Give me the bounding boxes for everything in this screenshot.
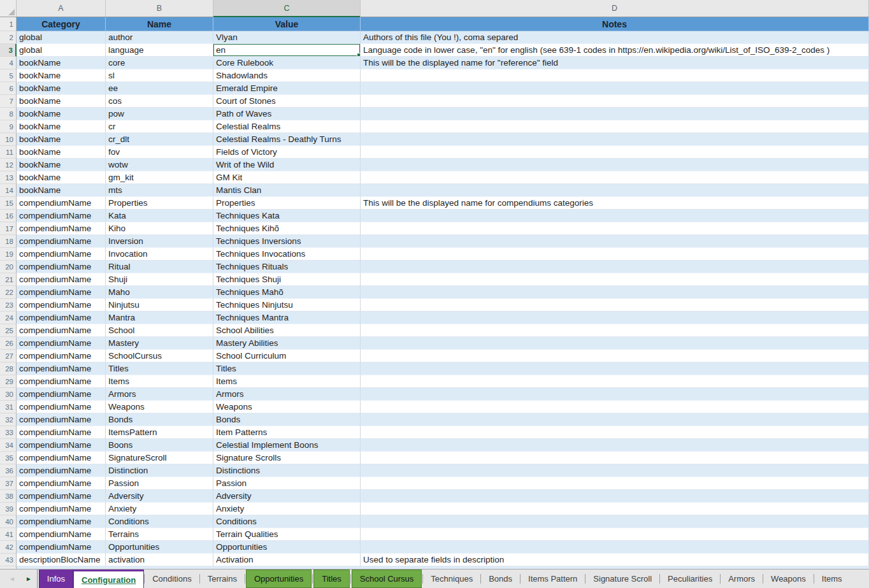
table-cell[interactable]: Shadowlands <box>213 69 361 82</box>
table-cell[interactable]: Anxiety <box>106 503 213 515</box>
table-cell[interactable]: bookName <box>17 95 106 108</box>
sheet-tab-terrains[interactable]: Terrains <box>200 570 245 588</box>
table-cell[interactable]: compendiumName <box>17 312 106 324</box>
table-cell[interactable]: Fields of Victory <box>213 146 361 159</box>
table-cell[interactable]: compendiumName <box>17 503 106 515</box>
table-cell[interactable] <box>361 413 869 426</box>
table-cell[interactable]: Writ of the Wild <box>213 159 361 171</box>
table-cell[interactable]: Techniques Kihõ <box>213 222 361 235</box>
table-cell[interactable]: GM Kit <box>213 171 361 184</box>
table-cell[interactable] <box>361 324 869 337</box>
row-number[interactable]: 39 <box>0 503 17 515</box>
table-cell[interactable]: Techniques Shuji <box>213 273 361 286</box>
table-cell[interactable] <box>361 337 869 350</box>
table-cell[interactable]: compendiumName <box>17 375 106 388</box>
column-header-D[interactable]: D <box>361 0 869 17</box>
table-cell[interactable]: SchoolCursus <box>106 350 213 362</box>
sheet-tab-bonds[interactable]: Bonds <box>481 570 520 588</box>
table-cell[interactable]: School Abilities <box>213 324 361 337</box>
row-number[interactable]: 32 <box>0 413 17 426</box>
column-header-B[interactable]: B <box>106 0 213 17</box>
tab-scroll-right-icon[interactable]: ► <box>25 576 32 582</box>
table-cell[interactable] <box>361 184 869 197</box>
table-cell[interactable]: Passion <box>213 477 361 490</box>
table-cell[interactable]: This will be the displayed name for "ref… <box>361 57 869 69</box>
table-cell[interactable]: Celestial Realms - Deathly Turns <box>213 133 361 146</box>
row-number[interactable]: 38 <box>0 490 17 503</box>
row-number[interactable]: 18 <box>0 235 17 248</box>
table-cell[interactable]: Emerald Empire <box>213 82 361 95</box>
row-number[interactable]: 37 <box>0 477 17 490</box>
table-cell[interactable]: Opportunities <box>106 541 213 554</box>
table-cell[interactable]: core <box>106 57 213 69</box>
table-cell[interactable]: pow <box>106 108 213 120</box>
table-cell[interactable]: bookName <box>17 146 106 159</box>
row-number[interactable]: 3 <box>0 44 17 57</box>
table-cell[interactable]: Mastery Abilities <box>213 337 361 350</box>
table-cell[interactable]: bookName <box>17 159 106 171</box>
table-cell[interactable]: Techniques Inversions <box>213 235 361 248</box>
table-cell[interactable]: compendiumName <box>17 464 106 477</box>
row-number[interactable]: 17 <box>0 222 17 235</box>
table-cell[interactable]: Techniques Mahõ <box>213 286 361 299</box>
row-number[interactable]: 40 <box>0 515 17 528</box>
table-cell[interactable]: ee <box>106 82 213 95</box>
row-number[interactable]: 7 <box>0 95 17 108</box>
table-cell[interactable] <box>361 261 869 273</box>
table-cell[interactable]: Weapons <box>106 401 213 413</box>
table-cell[interactable] <box>361 159 869 171</box>
table-cell[interactable] <box>361 541 869 554</box>
table-cell[interactable]: compendiumName <box>17 541 106 554</box>
table-cell[interactable]: Passion <box>106 477 213 490</box>
column-header-A[interactable]: A <box>17 0 106 17</box>
row-number[interactable]: 42 <box>0 541 17 554</box>
table-cell[interactable]: Maho <box>106 286 213 299</box>
row-number[interactable]: 12 <box>0 159 17 171</box>
table-cell[interactable]: compendiumName <box>17 299 106 312</box>
table-cell[interactable] <box>361 120 869 133</box>
table-cell[interactable]: Titles <box>213 362 361 375</box>
table-cell[interactable]: Armors <box>213 388 361 401</box>
table-cell[interactable]: Mantis Clan <box>213 184 361 197</box>
table-cell[interactable]: Ninjutsu <box>106 299 213 312</box>
table-cell[interactable]: compendiumName <box>17 362 106 375</box>
table-cell[interactable] <box>361 108 869 120</box>
table-cell[interactable]: Properties <box>106 197 213 210</box>
row-number[interactable]: 9 <box>0 120 17 133</box>
table-cell[interactable]: Techniques Rituals <box>213 261 361 273</box>
table-cell[interactable]: compendiumName <box>17 388 106 401</box>
row-number[interactable]: 19 <box>0 248 17 261</box>
table-cell[interactable]: Bonds <box>106 413 213 426</box>
sheet-tab-infos[interactable]: Infos <box>39 570 73 588</box>
table-cell[interactable]: bookName <box>17 82 106 95</box>
row-number[interactable]: 1 <box>0 17 17 31</box>
table-cell[interactable]: compendiumName <box>17 413 106 426</box>
table-cell[interactable]: Items <box>213 375 361 388</box>
row-number[interactable]: 10 <box>0 133 17 146</box>
table-cell[interactable]: Language code in lower case, "en" for en… <box>361 44 869 57</box>
table-cell[interactable] <box>361 426 869 439</box>
table-cell[interactable]: bookName <box>17 133 106 146</box>
row-number[interactable]: 43 <box>0 554 17 566</box>
table-cell[interactable]: Items <box>106 375 213 388</box>
row-number[interactable]: 30 <box>0 388 17 401</box>
column-header-C[interactable]: C <box>213 0 361 17</box>
table-cell[interactable]: This will be the displayed name for comp… <box>361 197 869 210</box>
table-cell[interactable]: Invocation <box>106 248 213 261</box>
table-cell[interactable]: compendiumName <box>17 426 106 439</box>
row-number[interactable]: 5 <box>0 69 17 82</box>
table-cell[interactable]: Terrain Qualities <box>213 528 361 541</box>
table-cell[interactable] <box>361 248 869 261</box>
table-cell[interactable] <box>361 82 869 95</box>
table-cell[interactable]: Weapons <box>213 401 361 413</box>
header-cell-value[interactable]: Value <box>213 17 361 31</box>
row-number[interactable]: 29 <box>0 375 17 388</box>
table-cell[interactable]: Adversity <box>213 490 361 503</box>
sheet-tab-peculiarities[interactable]: Peculiarities <box>660 570 720 588</box>
table-cell[interactable]: fov <box>106 146 213 159</box>
table-cell[interactable]: compendiumName <box>17 286 106 299</box>
table-cell[interactable]: compendiumName <box>17 477 106 490</box>
table-cell[interactable]: bookName <box>17 57 106 69</box>
table-cell[interactable] <box>361 146 869 159</box>
table-cell[interactable]: Mantra <box>106 312 213 324</box>
